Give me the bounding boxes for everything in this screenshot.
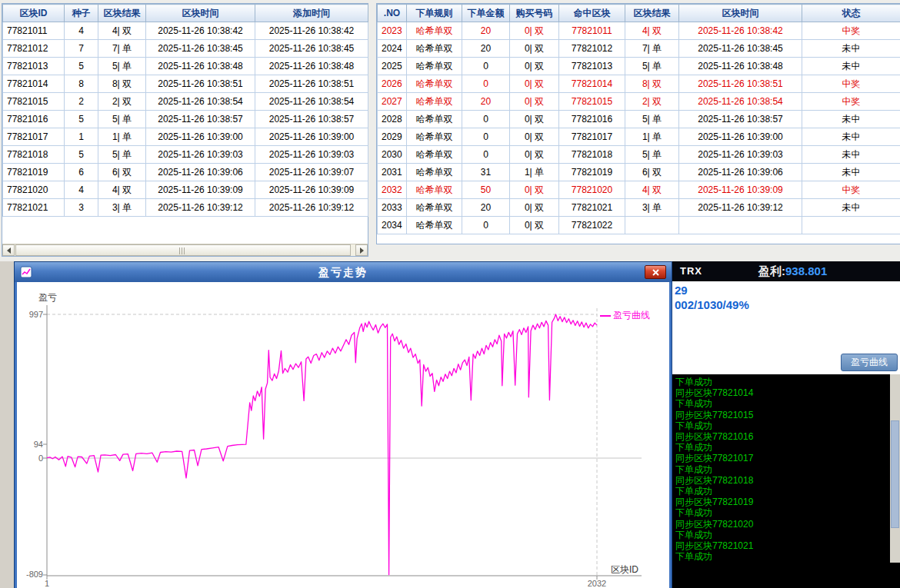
block-row[interactable]: 7782101488| 双2025-11-26 10:38:512025-11-… <box>3 75 368 93</box>
cell: 77821012 <box>3 40 65 58</box>
profit-label: 盈利: <box>758 264 785 277</box>
cell: 未中 <box>802 40 900 58</box>
cell: 77821021 <box>559 199 625 217</box>
cell: 0| 双 <box>510 22 559 40</box>
order-row[interactable]: 2032哈希单双500| 双778210204| 双2025-11-26 10:… <box>378 181 900 199</box>
log-line: 同步区块77821018 <box>675 475 888 486</box>
cell: 0| 双 <box>510 146 559 164</box>
cell: 50 <box>462 181 510 199</box>
cell: 77821019 <box>3 164 65 181</box>
cell: 0 <box>462 75 510 93</box>
cell: 哈希单双 <box>407 58 462 75</box>
block-column-header[interactable]: 区块时间 <box>146 5 255 22</box>
order-row[interactable]: 2028哈希单双00| 双778210165| 单2025-11-26 10:3… <box>378 111 900 128</box>
order-column-header[interactable]: 状态 <box>802 5 900 22</box>
order-row[interactable]: 2027哈希单双200| 双778210152| 双2025-11-26 10:… <box>378 93 900 111</box>
block-column-header[interactable]: 区块ID <box>3 5 65 22</box>
order-row[interactable]: 2031哈希单双311| 单778210196| 双2025-11-26 10:… <box>378 164 900 181</box>
order-table-header-row: .NO下单规则下单金额购买号码命中区块区块结果区块时间状态 <box>378 5 900 22</box>
cell: 0 <box>462 58 510 75</box>
cell: 20 <box>462 93 510 111</box>
cell: 6| 双 <box>625 164 679 181</box>
cell: 6 <box>65 164 98 181</box>
window-titlebar[interactable]: 盈亏走势 <box>15 262 672 282</box>
scroll-right-button[interactable] <box>355 244 368 256</box>
block-row[interactable]: 7782101655| 单2025-11-26 10:38:572025-11-… <box>3 111 368 128</box>
cell: 2025-11-26 10:38:57 <box>679 111 802 128</box>
legend-line-icon <box>600 315 611 317</box>
log-line: 下单成功 <box>675 464 888 475</box>
block-column-header[interactable]: 添加时间 <box>255 5 368 22</box>
block-column-header[interactable]: 种子 <box>65 5 98 22</box>
profit-summary: 盈利:938.801 <box>758 264 827 279</box>
cell: 77821016 <box>3 111 65 128</box>
cell: 77821017 <box>559 128 625 146</box>
order-column-header[interactable]: 下单金额 <box>462 5 510 22</box>
cell: 哈希单双 <box>407 128 462 146</box>
log-line: 同步区块77821020 <box>675 519 888 530</box>
profit-curve-button[interactable]: 盈亏曲线 <box>841 354 898 371</box>
block-row[interactable]: 7782101522| 双2025-11-26 10:38:542025-11-… <box>3 93 368 111</box>
cell: 77821015 <box>559 93 625 111</box>
order-row[interactable]: 2025哈希单双00| 双778210135| 单2025-11-26 10:3… <box>378 58 900 75</box>
cell: 4| 双 <box>98 22 146 40</box>
cell: 77821015 <box>3 93 65 111</box>
cell: 2025 <box>378 58 407 75</box>
order-column-header[interactable]: 购买号码 <box>510 5 559 22</box>
cell: 0 <box>462 128 510 146</box>
cell: 77821019 <box>559 164 625 181</box>
block-table-hscrollbar[interactable] <box>2 244 368 256</box>
block-row[interactable]: 7782101966| 双2025-11-26 10:39:062025-11-… <box>3 164 368 181</box>
cell <box>802 217 900 234</box>
block-row[interactable]: 7782101144| 双2025-11-26 10:38:422025-11-… <box>3 22 368 40</box>
order-column-header[interactable]: .NO <box>378 5 407 22</box>
order-column-header[interactable]: 区块时间 <box>679 5 802 22</box>
order-table-panel: .NO下单规则下单金额购买号码命中区块区块结果区块时间状态 2023哈希单双20… <box>376 3 900 244</box>
log-line: 同步区块77821014 <box>675 387 888 398</box>
block-row[interactable]: 7782102133| 单2025-11-26 10:39:122025-11-… <box>3 199 368 217</box>
block-row[interactable]: 7782101355| 单2025-11-26 10:38:482025-11-… <box>3 58 368 75</box>
console-scrollbar[interactable] <box>890 374 900 563</box>
cell: 2025-11-26 10:38:48 <box>255 58 368 75</box>
profit-chart-window: 盈亏走势 盈亏 997 94 0 <box>14 261 672 588</box>
cell: 哈希单双 <box>407 199 462 217</box>
order-row[interactable]: 2030哈希单双00| 双778210185| 单2025-11-26 10:3… <box>378 146 900 164</box>
block-row[interactable]: 7782102044| 双2025-11-26 10:39:092025-11-… <box>3 181 368 199</box>
cell: 77821018 <box>3 146 65 164</box>
cell: 8| 双 <box>625 75 679 93</box>
order-row[interactable]: 2024哈希单双200| 双778210127| 单2025-11-26 10:… <box>378 40 900 58</box>
cell: 2025-11-26 10:38:48 <box>146 58 255 75</box>
block-row[interactable]: 7782101855| 单2025-11-26 10:39:032025-11-… <box>3 146 368 164</box>
block-row[interactable]: 7782101277| 单2025-11-26 10:38:452025-11-… <box>3 40 368 58</box>
cell: 5| 单 <box>625 111 679 128</box>
order-column-header[interactable]: 区块结果 <box>625 5 679 22</box>
chart-legend: 盈亏曲线 <box>600 309 650 322</box>
trx-label: TRX <box>680 265 702 277</box>
order-row[interactable]: 2029哈希单双00| 双778210171| 单2025-11-26 10:3… <box>378 128 900 146</box>
cell: 1| 单 <box>98 128 146 146</box>
order-row[interactable]: 2023哈希单双200| 双778210114| 双2025-11-26 10:… <box>378 22 900 40</box>
scroll-left-button[interactable] <box>2 244 15 256</box>
order-row[interactable]: 2033哈希单双200| 双778210213| 单2025-11-26 10:… <box>378 199 900 217</box>
hscroll-thumb[interactable] <box>15 244 351 256</box>
order-row[interactable]: 2034哈希单双00| 双77821022 <box>378 217 900 234</box>
log-line: 下单成功 <box>675 442 888 453</box>
y-tick-997: 997 <box>20 310 43 319</box>
log-console[interactable]: 下单成功同步区块77821014下单成功同步区块77821015下单成功同步区块… <box>672 374 900 588</box>
block-column-header[interactable]: 区块结果 <box>98 5 146 22</box>
cell: 2025-11-26 10:38:54 <box>146 93 255 111</box>
order-column-header[interactable]: 命中区块 <box>559 5 625 22</box>
cell: 2025-11-26 10:38:45 <box>146 40 255 58</box>
cell: 8| 双 <box>98 75 146 93</box>
cell: 中奖 <box>802 75 900 93</box>
order-column-header[interactable]: 下单规则 <box>407 5 462 22</box>
block-row[interactable]: 7782101711| 单2025-11-26 10:39:002025-11-… <box>3 128 368 146</box>
console-scrollbar-thumb[interactable] <box>891 420 899 528</box>
cell: 2028 <box>378 111 407 128</box>
order-row[interactable]: 2026哈希单双00| 双778210148| 双2025-11-26 10:3… <box>378 75 900 93</box>
cell: 2025-11-26 10:38:45 <box>679 40 802 58</box>
close-button[interactable] <box>645 265 666 279</box>
cell: 哈希单双 <box>407 75 462 93</box>
block-table-panel: 区块ID种子区块结果区块时间添加时间 7782101144| 双2025-11-… <box>2 3 368 257</box>
cell: 2025-11-26 10:39:12 <box>679 199 802 217</box>
